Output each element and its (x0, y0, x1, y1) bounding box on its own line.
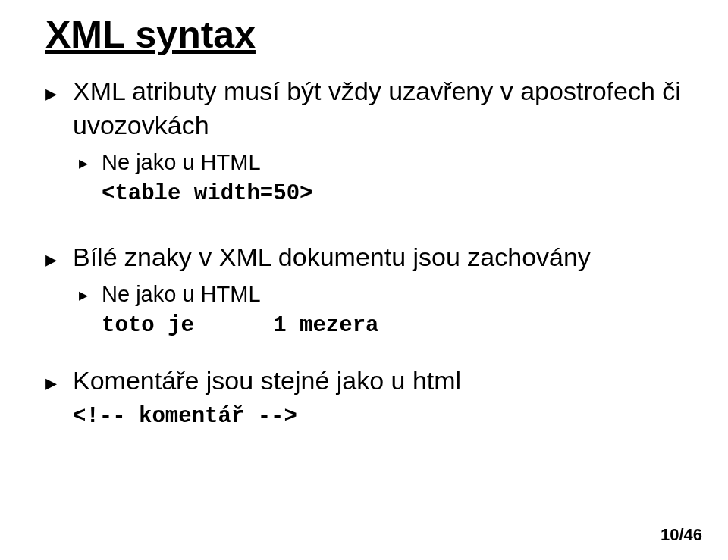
bullet-3: ▸ Komentáře jsou stejné jako u html (46, 364, 690, 399)
bullet-3-text: Komentáře jsou stejné jako u html (73, 364, 461, 399)
bullet-2-sub: ▸ Ne jako u HTML (79, 280, 690, 309)
bullet-2-sub-text: Ne jako u HTML (102, 280, 261, 309)
slide-title: XML syntax (46, 14, 690, 58)
triangle-icon: ▸ (46, 74, 73, 108)
bullet-1-sub: ▸ Ne jako u HTML (79, 148, 690, 177)
spacer (46, 339, 690, 364)
spacer (46, 208, 690, 240)
bullet-2-text: Bílé znaky v XML dokumentu jsou zachován… (73, 240, 591, 275)
triangle-icon: ▸ (79, 148, 102, 174)
slide: XML syntax ▸ XML atributy musí být vždy … (0, 0, 728, 560)
triangle-icon: ▸ (79, 280, 102, 306)
bullet-1-code: <table width=50> (102, 180, 690, 208)
bullet-2-code: toto je 1 mezera (102, 312, 690, 339)
triangle-icon: ▸ (46, 364, 73, 397)
bullet-3-code: <!-- komentář --> (73, 403, 690, 430)
page-number: 10/46 (661, 525, 702, 545)
bullet-1-sub-text: Ne jako u HTML (102, 148, 261, 177)
triangle-icon: ▸ (46, 240, 73, 274)
bullet-2: ▸ Bílé znaky v XML dokumentu jsou zachov… (46, 240, 690, 275)
bullet-1-text: XML atributy musí být vždy uzavřeny v ap… (73, 74, 690, 144)
bullet-1: ▸ XML atributy musí být vždy uzavřeny v … (46, 74, 690, 144)
